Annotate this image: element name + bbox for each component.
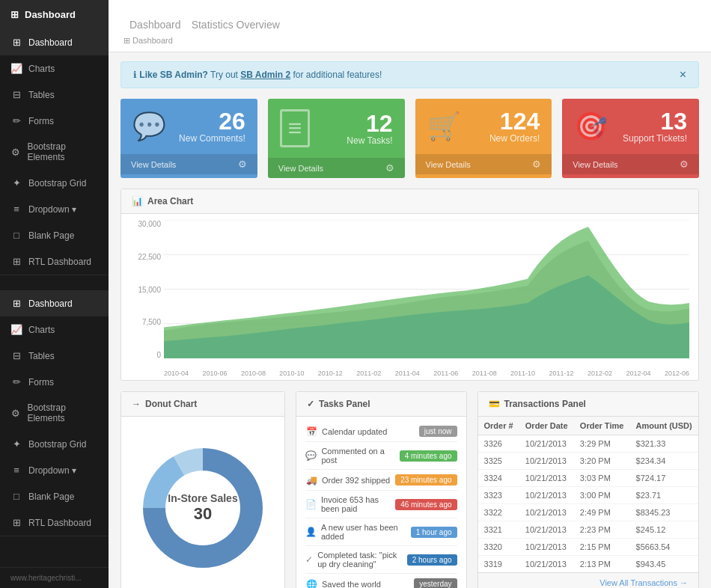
support-view-details[interactable]: View Details [573,160,617,169]
task-badge: 2 hours ago [407,554,457,566]
order-date: 10/21/2013 [519,521,574,539]
col-order: Order # [478,417,519,435]
area-chart-container: 30,000 22,500 15,000 7,500 0 2010-04 201… [130,220,689,377]
brand-icon: ⊞ [10,9,19,20]
task-badge: 46 minutes ago [395,499,457,510]
order-date: 10/21/2013 [519,556,574,573]
transactions-icon: 💳 [489,399,500,409]
order-time: 2:15 PM [574,539,630,556]
sidebar-item-blank[interactable]: □ Blank Page [0,222,109,248]
sidebar-item-rtl2[interactable]: ⊞ RTL Dashboard [0,509,109,536]
task-item: 🚚Order 392 shipped 23 minutes ago [305,470,457,491]
sidebar-item-label: Dropdown ▾ [28,465,76,476]
transactions-panel-footer: View All Transactions → [478,572,698,588]
sidebar-item-bootstrap-grid2[interactable]: ✦ Bootstrap Grid [0,431,109,457]
sidebar-item-label: Dropdown ▾ [28,204,76,215]
bootstrap-elements-icon: ⚙ [10,147,21,158]
donut-chart-title: Donut Chart [145,399,197,409]
task-item: ✓Completed task: "pick up dry cleaning" … [305,546,457,574]
order-number: 3323 [478,487,519,504]
sidebar-top-section: ⊞ Dashboard 📈 Charts ⊟ Tables ✏ Forms ⚙ … [0,29,109,275]
sidebar-item-label: Bootstrap Elements [27,141,98,162]
breadcrumb: ⊞ Dashboard [123,33,696,46]
task-item: 🌐Saved the world yesterday [305,574,457,588]
brand-name: Dashboard [25,9,76,20]
alert-link[interactable]: SB Admin 2 [240,70,290,80]
transactions-panel-title: Transactions Panel [504,399,586,409]
tasks-view-details[interactable]: View Details [278,164,323,173]
alert-close-button[interactable]: × [680,68,686,82]
view-all-transactions-link[interactable]: View All Transactions → [489,578,688,587]
sidebar-item-forms2[interactable]: ✏ Forms [0,369,109,395]
order-date: 10/21/2013 [519,487,574,504]
order-time: 2:13 PM [574,556,630,573]
main-content: Dashboard Statistics Overview ⊞ Dashboar… [109,0,711,588]
order-number: 3322 [478,504,519,521]
task-icon: 👤 [305,527,317,537]
transactions-table: Order # Order Date Order Time Amount (US… [478,417,698,572]
sidebar-item-dropdown2[interactable]: ≡ Dropdown ▾ [0,457,109,483]
tasks-gear-icon: ⚙ [385,162,394,174]
sidebar-item-charts2[interactable]: 📈 Charts [0,316,109,343]
sidebar-item-tables[interactable]: ⊟ Tables [0,82,109,108]
sidebar-item-forms[interactable]: ✏ Forms [0,108,109,134]
sidebar-item-rtl[interactable]: ⊞ RTL Dashboard [0,248,109,275]
task-badge: yesterday [414,578,457,588]
table-row: 3323 10/21/2013 3:00 PM $23.71 [478,487,698,504]
order-number: 3321 [478,521,519,539]
table-row: 3326 10/21/2013 3:29 PM $321.33 [478,435,698,453]
sidebar-item-bootstrap-grid[interactable]: ✦ Bootstrap Grid [0,170,109,196]
task-icon: 🚚 [305,475,317,486]
sidebar-footer: www.heritagechristi... [0,567,109,588]
order-time: 2:23 PM [574,521,630,539]
tasks-stat-icon: ≡ [280,109,311,147]
orders-view-details[interactable]: View Details [426,160,471,169]
task-icon: 📄 [305,499,317,509]
page-header: Dashboard Statistics Overview ⊞ Dashboar… [109,0,711,52]
order-date: 10/21/2013 [519,453,574,470]
comments-icon: 💬 [132,111,166,142]
comments-view-details[interactable]: View Details [131,160,176,169]
sidebar-item-blank2[interactable]: □ Blank Page [0,483,109,509]
order-amount: $23.71 [630,487,698,504]
tasks-panel-title: Tasks Panel [319,399,370,409]
sidebar-item-dropdown[interactable]: ≡ Dropdown ▾ [0,196,109,222]
order-amount: $724.17 [630,470,698,487]
order-time: 3:29 PM [574,435,630,453]
sidebar-item-bootstrap-elements[interactable]: ⚙ Bootstrap Elements [0,134,109,170]
comments-gear-icon: ⚙ [238,159,247,170]
table-row: 3322 10/21/2013 2:49 PM $8345.23 [478,504,698,521]
y-axis-labels: 30,000 22,500 15,000 7,500 0 [130,220,164,359]
stat-card-orders: 🛒 124 New Orders! View Details ⚙ [415,99,552,178]
sidebar-bottom-section: ⊞ Dashboard 📈 Charts ⊟ Tables ✏ Forms ⚙ … [0,290,109,536]
sidebar-item-label: Forms [28,116,54,126]
sidebar-item-bootstrap-elements2[interactable]: ⚙ Bootstrap Elements [0,395,109,431]
comments-number: 26 [179,109,245,133]
order-date: 10/21/2013 [519,470,574,487]
bootstrap-grid2-icon: ✦ [10,438,22,450]
col-amount: Amount (USD) [630,417,698,435]
sidebar-item-dashboard[interactable]: ⊞ Dashboard [0,29,109,55]
transactions-panel-heading: 💳 Transactions Panel [478,392,698,417]
task-item: 👤A new user has been added 1 hour ago [305,518,457,546]
sidebar-item-dashboard2[interactable]: ⊞ Dashboard [0,290,109,316]
sidebar-item-tables2[interactable]: ⊟ Tables [0,343,109,369]
stat-card-comments: 💬 26 New Comments! View Details ⚙ [120,99,257,178]
task-icon: ✓ [305,554,313,565]
sidebar-item-label: Dashboard [28,298,73,309]
support-label: Support Tickets! [623,133,687,144]
sidebar-item-label: RTL Dashboard [28,518,91,528]
sidebar-item-charts[interactable]: 📈 Charts [0,55,109,82]
footer-url: www.heritagechristi... [10,574,81,582]
breadcrumb-icon: ⊞ [123,36,130,45]
alert-banner: ℹ Like SB Admin? Try out SB Admin 2 for … [120,61,699,88]
table-row: 3324 10/21/2013 3:03 PM $724.17 [478,470,698,487]
stat-card-tasks: ≡ 12 New Tasks! View Details ⚙ [268,99,405,178]
task-item: 💬Commented on a post 4 minutes ago [305,442,457,470]
order-amount: $5663.54 [630,539,698,556]
sidebar-item-label: Dashboard [28,37,73,48]
blank-icon: □ [10,230,22,241]
sidebar-brand: ⊞ Dashboard [0,0,109,29]
stats-row: 💬 26 New Comments! View Details ⚙ ≡ 12 N… [109,88,711,178]
order-time: 2:49 PM [574,504,630,521]
